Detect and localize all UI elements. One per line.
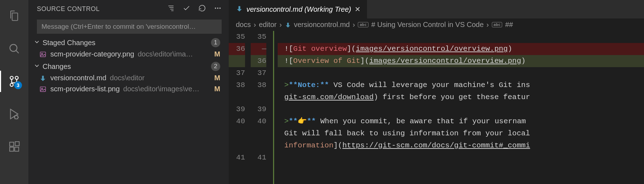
- file-path: docs\editor: [110, 74, 145, 82]
- code-line: ![Overview of Git](images/versioncontrol…: [278, 55, 644, 67]
- file-path: docs\editor\images\ve…: [123, 85, 200, 93]
- code-line: git-scm.com/download) first before you g…: [278, 91, 644, 103]
- code-line: [278, 152, 644, 164]
- chevron-right-icon: ›: [352, 21, 355, 29]
- svg-point-0: [10, 44, 17, 52]
- sidebar-title: SOURCE CONTROL: [37, 5, 100, 13]
- svg-point-15: [217, 7, 218, 9]
- svg-rect-7: [10, 147, 13, 151]
- diff-marker: [272, 31, 274, 184]
- svg-point-5: [15, 115, 18, 119]
- image-file-icon: [39, 51, 47, 58]
- chevron-down-icon: [33, 62, 40, 71]
- run-debug-icon[interactable]: [0, 103, 28, 125]
- staged-count-badge: 1: [211, 38, 220, 47]
- code-content[interactable]: ![Git overview](images/versioncontrol/ov…: [278, 31, 644, 184]
- svg-rect-8: [15, 147, 18, 151]
- refresh-icon[interactable]: [198, 4, 206, 14]
- svg-point-3: [10, 83, 13, 87]
- crumb-docs[interactable]: docs: [236, 21, 251, 29]
- tab-bar: versioncontrol.md (Working Tree) ✕: [229, 0, 644, 18]
- crumb-file[interactable]: versioncontrol.md: [294, 21, 350, 29]
- svg-point-18: [41, 53, 43, 54]
- svg-rect-17: [40, 52, 46, 56]
- image-file-icon: [39, 86, 47, 93]
- code-line: Git will fall back to using information …: [278, 128, 644, 140]
- svg-point-2: [15, 76, 18, 80]
- file-name: scm-providers-list.png: [50, 85, 120, 93]
- crumb-editor[interactable]: editor: [259, 21, 277, 29]
- file-name: versioncontrol.md: [50, 74, 106, 82]
- explorer-icon[interactable]: [0, 5, 28, 27]
- activity-bar: 3: [0, 0, 28, 184]
- section-label: Changes: [43, 63, 71, 71]
- gutter-modified: 35 — 36 37 38 39 40 41: [251, 31, 272, 184]
- string-icon: abc: [358, 22, 368, 27]
- file-name: scm-provider-category.png: [50, 50, 134, 58]
- crumb-subheading[interactable]: ##: [505, 21, 513, 29]
- tab-title: versioncontrol.md (Working Tree): [246, 5, 351, 13]
- code-line: >**Note:** VS Code will leverage your ma…: [278, 79, 644, 91]
- scm-badge: 3: [14, 81, 22, 89]
- modified-indicator: M: [214, 50, 220, 58]
- changed-file-row[interactable]: scm-providers-list.png docs\editor\image…: [28, 83, 229, 94]
- changes-count-badge: 2: [211, 62, 220, 71]
- svg-point-4: [10, 76, 13, 80]
- changed-file-row[interactable]: versioncontrol.md docs\editor M: [28, 72, 229, 83]
- code-line: [278, 67, 644, 79]
- modified-indicator: M: [214, 74, 220, 82]
- code-line: [278, 31, 644, 43]
- markdown-file-icon: [285, 22, 291, 28]
- breadcrumb[interactable]: docs › editor › versioncontrol.md › abc …: [229, 18, 644, 31]
- more-actions-icon[interactable]: [214, 4, 222, 14]
- svg-rect-9: [15, 142, 19, 146]
- staged-changes-header[interactable]: Staged Changes 1: [28, 36, 229, 49]
- close-icon[interactable]: ✕: [355, 5, 361, 13]
- markdown-file-icon: [39, 75, 47, 82]
- svg-rect-6: [10, 142, 13, 146]
- source-control-sidebar: SOURCE CONTROL Message (Ctrl+Enter to co…: [28, 0, 229, 184]
- gutter-original: 35 36 37 38 39 40 41: [229, 31, 251, 184]
- svg-point-14: [215, 7, 216, 9]
- code-line: [278, 103, 644, 115]
- commit-icon[interactable]: [183, 4, 190, 14]
- chevron-right-icon: ›: [487, 21, 489, 29]
- search-icon[interactable]: [0, 38, 28, 59]
- string-icon: abc: [492, 22, 503, 27]
- svg-rect-19: [40, 87, 46, 91]
- code-line: information](https://git-scm.com/docs/gi…: [278, 140, 644, 152]
- tab-versioncontrol[interactable]: versioncontrol.md (Working Tree) ✕: [229, 0, 367, 18]
- editor-area: versioncontrol.md (Working Tree) ✕ docs …: [229, 0, 644, 184]
- svg-point-16: [220, 7, 221, 9]
- staged-file-row[interactable]: scm-provider-category.png docs\editor\im…: [28, 49, 229, 60]
- code-line: >**👉** When you commit, be aware that if…: [278, 115, 644, 128]
- chevron-down-icon: [33, 38, 40, 47]
- code-line: ![Git overview](images/versioncontrol/ov…: [278, 43, 644, 55]
- chevron-right-icon: ›: [254, 21, 256, 29]
- source-control-icon[interactable]: 3: [0, 71, 28, 92]
- section-label: Staged Changes: [43, 39, 95, 47]
- view-as-tree-icon[interactable]: [167, 4, 175, 14]
- chevron-right-icon: ›: [279, 21, 282, 29]
- file-path: docs\editor\ima…: [138, 50, 193, 58]
- crumb-heading[interactable]: # Using Version Control in VS Code: [371, 21, 484, 29]
- markdown-file-icon: [236, 5, 243, 14]
- svg-line-1: [16, 51, 19, 53]
- modified-indicator: M: [214, 85, 220, 93]
- commit-message-input[interactable]: Message (Ctrl+Enter to commit on 'versio…: [37, 20, 222, 34]
- diff-editor[interactable]: 35 36 37 38 39 40 41 35 — 36 37 38 39 40…: [229, 31, 644, 184]
- svg-point-20: [41, 88, 43, 89]
- extensions-icon[interactable]: [0, 136, 28, 157]
- changes-header[interactable]: Changes 2: [28, 60, 229, 72]
